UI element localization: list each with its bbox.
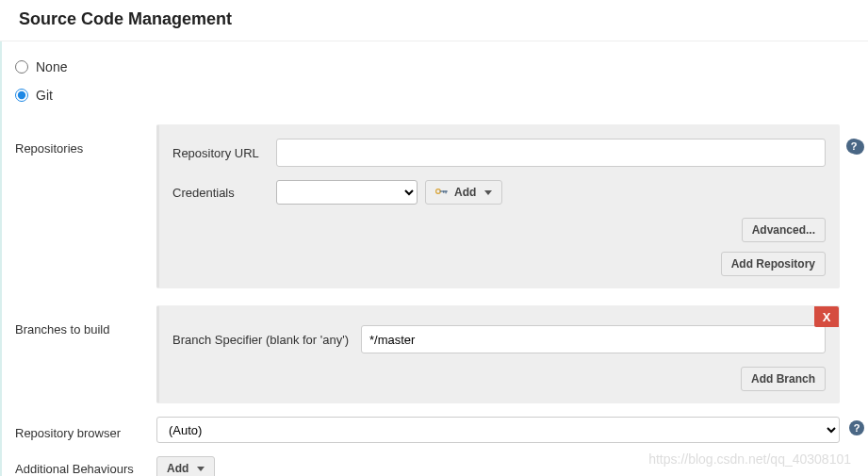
branch-panel: X Branch Specifier (blank for 'any') Add… <box>156 305 840 403</box>
scm-block: None Git Repositories ? ? Repository URL… <box>0 41 868 476</box>
scm-radio-group: None Git <box>2 41 868 117</box>
behaviours-label: Additional Behaviours <box>15 456 156 476</box>
scm-option-git[interactable]: Git <box>15 81 868 109</box>
radio-label: None <box>36 59 67 74</box>
branches-label: Branches to build <box>15 305 156 413</box>
help-icon[interactable]: ? <box>849 420 864 435</box>
scm-option-none[interactable]: None <box>15 53 868 81</box>
branch-specifier-label: Branch Specifier (blank for 'any') <box>172 333 361 347</box>
repo-browser-label: Repository browser <box>15 420 156 440</box>
repo-browser-select[interactable]: (Auto) <box>156 417 840 443</box>
advanced-button[interactable]: Advanced... <box>742 218 826 242</box>
radio-none[interactable] <box>15 60 28 74</box>
credentials-label: Credentials <box>172 186 276 200</box>
radio-label: Git <box>36 88 53 103</box>
svg-point-0 <box>436 189 441 194</box>
add-repository-button[interactable]: Add Repository <box>721 252 826 276</box>
svg-rect-2 <box>446 190 447 193</box>
svg-rect-3 <box>443 190 444 192</box>
branches-row: Branches to build ? X Branch Specifier (… <box>2 298 868 413</box>
radio-git[interactable] <box>15 89 28 102</box>
repositories-row: Repositories ? ? Repository URL Credenti… <box>2 117 868 298</box>
credentials-select[interactable] <box>276 180 418 205</box>
chevron-down-icon <box>484 190 492 195</box>
key-icon <box>435 186 449 199</box>
add-credentials-button[interactable]: Add <box>425 180 502 205</box>
behaviours-row: Additional Behaviours Add <box>2 447 868 476</box>
delete-branch-button[interactable]: X <box>814 306 839 327</box>
repository-url-label: Repository URL <box>172 146 276 160</box>
branch-specifier-input[interactable] <box>361 325 826 353</box>
add-branch-button[interactable]: Add Branch <box>741 367 826 391</box>
repositories-label: Repositories <box>15 124 156 298</box>
section-header: Source Code Management <box>0 0 868 41</box>
repository-url-input[interactable] <box>276 139 826 167</box>
add-credentials-label: Add <box>454 186 476 199</box>
repository-panel: ? Repository URL Credentials <box>156 124 840 288</box>
page-title: Source Code Management <box>19 9 849 29</box>
help-icon[interactable]: ? <box>846 139 861 154</box>
add-behaviour-button[interactable]: Add <box>156 456 215 476</box>
chevron-down-icon <box>197 467 205 471</box>
repo-browser-row: Repository browser (Auto) ? <box>2 413 868 447</box>
